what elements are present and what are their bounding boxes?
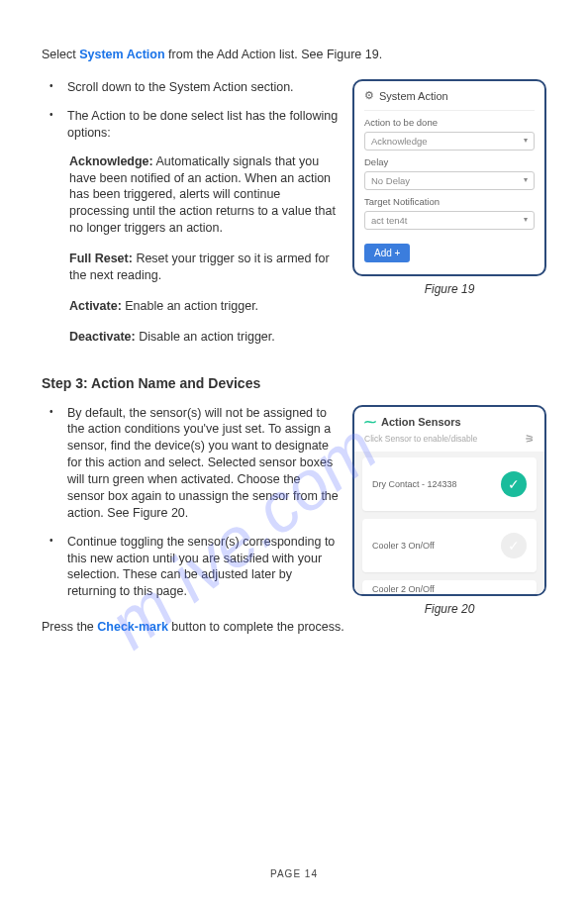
sensor-item-1[interactable]: Dry Contact - 124338 ✓	[362, 457, 537, 511]
card-title: ⚙ System Action	[364, 89, 535, 102]
intro-post: from the Add Action list. See Figure 19.	[165, 48, 383, 61]
card2-sub: Click Sensor to enable/disable	[364, 434, 477, 444]
label-action: Action to be done	[364, 117, 535, 128]
intro-line: Select System Action from the Add Action…	[42, 48, 546, 61]
bullet-assign: By default, the sensor(s) will not be as…	[49, 405, 339, 522]
press-post: button to complete the process.	[168, 620, 344, 634]
label-delay: Delay	[364, 156, 535, 167]
option-full-reset: Full Reset: Reset your trigger so it is …	[42, 251, 339, 284]
bullet-options: The Action to be done select list has th…	[49, 108, 339, 142]
sensor-item-2[interactable]: Cooler 3 On/Off ✓	[362, 519, 537, 572]
filter-icon[interactable]: ⚞	[525, 433, 535, 446]
bullet-scroll: Scroll down to the System Action section…	[49, 79, 339, 96]
select-action[interactable]: Acknowledge	[364, 132, 535, 151]
option-acknowledge: Acknowledge: Automatically signals that …	[42, 153, 339, 237]
left-column: Scroll down to the System Action section…	[42, 79, 339, 359]
sensor-item-3[interactable]: Cooler 2 On/Off	[362, 580, 537, 594]
sensor-label: Cooler 3 On/Off	[372, 541, 435, 551]
option-deactivate: Deactivate: Disable an action trigger.	[42, 329, 339, 346]
system-action-link: System Action	[79, 48, 164, 61]
gear-icon: ⚙	[364, 89, 374, 102]
sensor-label: Cooler 2 On/Off	[372, 584, 435, 594]
figure-20-card: ⁓ Action Sensors Click Sensor to enable/…	[352, 405, 546, 596]
intro-pre: Select	[42, 48, 79, 61]
sensor-label: Dry Contact - 124338	[372, 479, 457, 489]
card2-title-text: Action Sensors	[381, 416, 461, 428]
card-title-text: System Action	[379, 90, 448, 102]
divider	[364, 110, 535, 111]
check-icon: ✓	[501, 471, 527, 497]
label-target: Target Notification	[364, 196, 535, 207]
step-3-heading: Step 3: Action Name and Devices	[42, 375, 546, 391]
check-icon: ✓	[501, 533, 527, 558]
option-activate: Activate: Enable an action trigger.	[42, 298, 339, 315]
select-delay[interactable]: No Delay	[364, 171, 535, 190]
select-target[interactable]: act ten4t	[364, 211, 535, 230]
add-button[interactable]: Add	[364, 244, 410, 262]
pulse-icon: ⁓	[364, 415, 376, 429]
figure-19-card: ⚙ System Action Action to be done Acknow…	[352, 79, 546, 276]
figure-19-caption: Figure 19	[352, 282, 546, 296]
press-line: Press the Check-mark button to complete …	[42, 620, 546, 634]
sensor-list: Dry Contact - 124338 ✓ Cooler 3 On/Off ✓…	[354, 452, 544, 594]
press-pre: Press the	[42, 620, 97, 634]
figure-20-caption: Figure 20	[352, 602, 546, 616]
check-mark-link: Check-mark	[97, 620, 168, 634]
left-column-2: By default, the sensor(s) will not be as…	[42, 405, 339, 616]
bullet-toggle: Continue toggling the sensor(s) correspo…	[49, 534, 339, 601]
page-number: PAGE 14	[0, 868, 588, 879]
card2-title: ⁓ Action Sensors	[354, 407, 544, 433]
